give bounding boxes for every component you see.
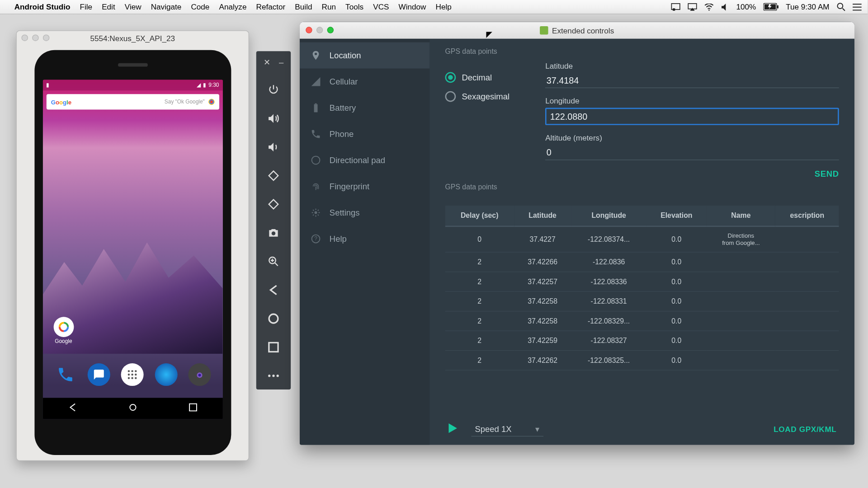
table-row[interactable]: 237.42266-122.08360.0	[445, 252, 839, 272]
help-icon: ?	[311, 234, 321, 244]
table-header[interactable]: escription	[775, 206, 839, 226]
rotate-right-button[interactable]	[266, 197, 281, 212]
recents-button[interactable]	[189, 403, 197, 414]
send-button[interactable]: SEND	[815, 169, 839, 178]
app-name[interactable]: Android Studio	[14, 2, 71, 11]
play-button[interactable]	[448, 422, 458, 436]
android-navbar	[42, 398, 222, 419]
menu-refactor[interactable]: Refactor	[256, 2, 286, 11]
menu-view[interactable]: View	[125, 2, 142, 11]
home-button[interactable]	[128, 403, 138, 414]
back-nav-button[interactable]	[266, 282, 281, 298]
home-nav-button[interactable]	[266, 311, 281, 326]
google-logo: Google	[51, 99, 71, 105]
sidebar-item-help[interactable]: ?Help	[300, 226, 429, 252]
menu-tools[interactable]: Tools	[345, 2, 363, 11]
messages-app-icon[interactable]	[88, 363, 110, 386]
svg-point-29	[198, 374, 201, 376]
table-row[interactable]: 237.42259-122.083270.0	[445, 331, 839, 350]
more-button[interactable]	[266, 368, 281, 384]
battery-icon	[763, 3, 778, 11]
google-app-label: Google	[55, 338, 72, 344]
close-window-button[interactable]	[306, 27, 312, 33]
table-row[interactable]: 237.42262-122.08325...0.0	[445, 351, 839, 370]
volume-icon[interactable]	[721, 3, 729, 11]
battery-sidebar-icon	[311, 103, 321, 113]
zoom-window-button[interactable]	[327, 27, 334, 33]
mac-menubar: Android Studio File Edit View Navigate C…	[0, 0, 868, 14]
phone-app-icon[interactable]	[54, 363, 77, 386]
close-emulator-button[interactable]: ✕	[264, 57, 271, 67]
airplay-icon[interactable]	[687, 3, 697, 11]
extended-controls-titlebar[interactable]: Extended controls	[300, 22, 854, 39]
svg-rect-1	[672, 8, 675, 10]
menu-build[interactable]: Build	[295, 2, 312, 11]
menu-icon[interactable]	[853, 3, 862, 10]
browser-app-icon[interactable]	[155, 363, 177, 386]
table-header[interactable]: Longitude	[571, 206, 646, 226]
sidebar-item-fingerprint[interactable]: Fingerprint	[300, 174, 429, 200]
menu-edit[interactable]: Edit	[102, 2, 115, 11]
menu-vcs[interactable]: VCS	[373, 2, 389, 11]
radio-sexagesimal[interactable]: Sexagesimal	[445, 91, 510, 102]
altitude-input[interactable]	[545, 145, 839, 160]
back-button[interactable]	[68, 403, 77, 414]
svg-point-27	[135, 377, 137, 379]
google-search-bar[interactable]: Google Say "Ok Google"	[46, 94, 219, 109]
zoom-button[interactable]	[266, 253, 281, 269]
svg-point-4	[708, 9, 709, 10]
menu-help[interactable]: Help	[436, 2, 452, 11]
extended-sidebar: Location Cellular Battery Phone Directio…	[300, 39, 429, 445]
table-header[interactable]: Delay (sec)	[445, 206, 514, 226]
overview-nav-button[interactable]	[266, 339, 281, 355]
wifi-icon[interactable]	[704, 3, 713, 10]
mic-icon[interactable]	[208, 99, 214, 105]
table-row[interactable]: 237.42258-122.08329...0.0	[445, 311, 839, 331]
svg-point-26	[132, 377, 133, 379]
android-dock	[42, 363, 222, 386]
table-row[interactable]: 237.42258-122.083310.0	[445, 291, 839, 311]
rotate-left-button[interactable]	[266, 168, 281, 183]
menu-file[interactable]: File	[80, 2, 92, 11]
volume-down-button[interactable]	[266, 139, 281, 155]
table-header[interactable]: Elevation	[646, 206, 707, 226]
minimize-window-button[interactable]	[316, 27, 323, 33]
table-row[interactable]: 037.4227-122.08374...0.0Directionsfrom G…	[445, 226, 839, 252]
menu-analyze[interactable]: Analyze	[219, 2, 246, 11]
clock[interactable]: Tue 9:30 AM	[786, 2, 830, 11]
screenshot-button[interactable]	[266, 225, 281, 240]
screencast-icon[interactable]	[670, 3, 680, 11]
volume-up-button[interactable]	[266, 111, 281, 126]
traffic-lights[interactable]	[21, 34, 49, 41]
speed-select[interactable]: Speed 1X▾	[472, 422, 543, 436]
menu-navigate[interactable]: Navigate	[151, 2, 182, 11]
table-row[interactable]: 237.42257-122.083360.0	[445, 272, 839, 291]
menu-code[interactable]: Code	[191, 2, 209, 11]
table-header[interactable]: Latitude	[514, 206, 571, 226]
sidebar-item-cellular[interactable]: Cellular	[300, 69, 429, 95]
sidebar-item-location[interactable]: Location	[300, 42, 429, 69]
minimize-emulator-button[interactable]: –	[279, 57, 283, 67]
table-header[interactable]: Name	[707, 206, 775, 226]
longitude-input[interactable]	[545, 108, 839, 125]
load-gpx-button[interactable]: LOAD GPX/KML	[774, 425, 836, 434]
spotlight-icon[interactable]	[836, 2, 845, 11]
sidebar-item-dpad[interactable]: Directional pad	[300, 147, 429, 174]
menu-window[interactable]: Window	[399, 2, 426, 11]
apps-drawer-icon[interactable]	[121, 363, 144, 386]
svg-point-42	[272, 375, 274, 377]
radio-decimal[interactable]: Decimal	[445, 72, 510, 83]
sidebar-item-phone[interactable]: Phone	[300, 121, 429, 147]
chevron-down-icon: ▾	[535, 424, 539, 433]
battery-percent: 100%	[736, 2, 756, 11]
emulator-titlebar[interactable]: 5554:Nexus_5X_API_23	[17, 31, 249, 46]
latitude-input[interactable]	[545, 73, 839, 88]
sidebar-item-settings[interactable]: Settings	[300, 200, 429, 226]
google-app-shortcut[interactable]: Google	[53, 317, 74, 344]
sidebar-item-battery[interactable]: Battery	[300, 95, 429, 121]
phone-screen[interactable]: ▮ ◢ ▮ 9:30 Google Say "Ok Google" Google	[42, 80, 222, 419]
menu-run[interactable]: Run	[322, 2, 336, 11]
camera-app-icon[interactable]	[189, 363, 211, 386]
svg-point-30	[130, 404, 136, 410]
power-button[interactable]	[266, 82, 281, 98]
